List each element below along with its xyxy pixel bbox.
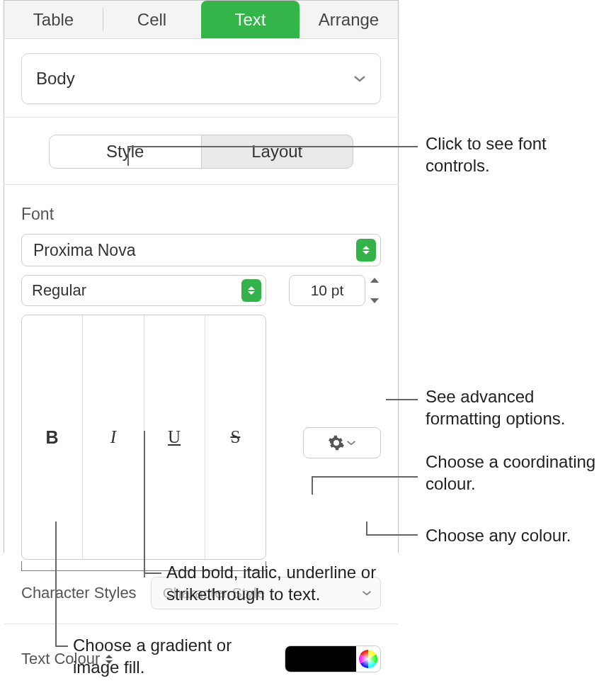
font-size-value: 10 pt [311, 282, 344, 299]
tab-cell[interactable]: Cell [103, 1, 201, 38]
svg-point-0 [359, 650, 377, 668]
callout-line [312, 476, 418, 478]
callout-line [366, 521, 367, 534]
inspector-panel: Table Cell Text Arrange Body Style Layou… [4, 0, 399, 553]
font-family-value: Proxima Nova [33, 241, 135, 260]
stepper-icon [241, 279, 261, 302]
top-tabs: Table Cell Text Arrange [4, 1, 398, 39]
callout-any-colour: Choose any colour. [426, 524, 610, 546]
character-styles-label: Character Styles [21, 584, 137, 602]
font-size-stepper[interactable] [368, 278, 381, 303]
font-size-field[interactable]: 10 pt [289, 275, 365, 306]
paragraph-style-value: Body [36, 69, 75, 89]
chevron-down-icon [353, 75, 366, 82]
colour-swatch[interactable] [285, 646, 356, 672]
colour-controls [285, 645, 381, 672]
divider [4, 117, 398, 118]
callout-advanced: See advanced formatting options. [426, 385, 610, 429]
callout-line [312, 476, 313, 495]
colour-wheel-button[interactable] [356, 647, 380, 671]
advanced-options-button[interactable] [303, 427, 381, 458]
callout-line [386, 399, 418, 400]
callout-line [127, 146, 418, 147]
tab-table[interactable]: Table [4, 1, 103, 38]
callout-gradient: Choose a gradient or image fill. [73, 634, 243, 678]
divider [4, 184, 398, 185]
callout-font-controls: Click to see font controls. [426, 132, 603, 176]
subtab-style[interactable]: Style [50, 135, 202, 168]
paragraph-style-select[interactable]: Body [21, 53, 381, 104]
subtab-layout[interactable]: Layout [202, 135, 353, 168]
tab-text[interactable]: Text [201, 1, 300, 38]
callout-bius: Add bold, italic, underline or strikethr… [166, 561, 393, 605]
stepper-icon [356, 239, 376, 261]
gear-icon [328, 434, 345, 451]
font-weight-value: Regular [32, 281, 86, 300]
callout-coord-colour: Choose a coordinating colour. [426, 451, 610, 495]
font-section-label: Font [21, 205, 381, 224]
strikethrough-button[interactable]: S [205, 315, 266, 559]
callout-line [144, 431, 145, 573]
callout-line [55, 521, 57, 645]
divider [4, 624, 398, 624]
style-layout-segmented: Style Layout [49, 135, 353, 169]
font-family-select[interactable]: Proxima Nova [21, 234, 381, 266]
callout-line [127, 146, 129, 166]
font-weight-select[interactable]: Regular [21, 275, 266, 306]
colour-wheel-icon [359, 650, 377, 668]
bold-button[interactable]: B [22, 315, 83, 559]
italic-button[interactable]: I [83, 315, 144, 559]
callout-line [55, 645, 68, 647]
tab-arrange[interactable]: Arrange [300, 1, 398, 38]
callout-line [366, 534, 418, 536]
chevron-down-icon [346, 440, 356, 446]
underline-button[interactable]: U [144, 315, 205, 559]
callout-line [144, 573, 161, 574]
